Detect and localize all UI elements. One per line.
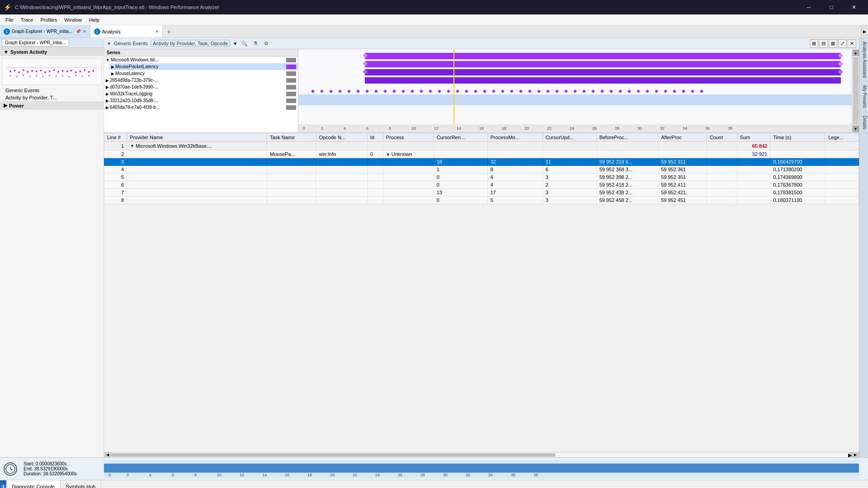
- section-power[interactable]: ▶ Power: [0, 101, 104, 110]
- panel-icon-2[interactable]: ⊟: [819, 39, 828, 48]
- expand-2[interactable]: ▶: [111, 71, 114, 76]
- col-after-proc[interactable]: AfterProc: [658, 133, 707, 142]
- table-row-selected[interactable]: 3 18 32 11 59 952 318 6... 59 952 311: [104, 158, 859, 166]
- time-marker[interactable]: [453, 49, 454, 124]
- panel-icon-3[interactable]: ⊠: [829, 39, 837, 48]
- bottom-left-indicator[interactable]: ℹ: [0, 480, 6, 488]
- series-row-4[interactable]: ▶ d07d70ae-1de9-3990-...: [104, 84, 298, 90]
- minimize-button[interactable]: ─: [798, 0, 819, 14]
- filter-icon[interactable]: ⚗: [251, 39, 260, 48]
- col-legend[interactable]: Lege...: [826, 133, 859, 142]
- col-id[interactable]: Id: [367, 133, 383, 142]
- expand-6[interactable]: ▶: [106, 99, 109, 103]
- tree-activity-provider[interactable]: Activity by Provider, T...: [0, 94, 104, 101]
- expand-3[interactable]: ▶: [106, 78, 109, 83]
- tab-diagnostic-console[interactable]: Diagnostic Console: [6, 480, 61, 488]
- cell-ap-3: 59 952 361: [658, 166, 707, 174]
- scroll-right-arrow[interactable]: ▶: [848, 452, 852, 458]
- data-table-container[interactable]: Line # Provider Name Task Name Opcode N.…: [104, 133, 859, 452]
- h-scroll-thumb[interactable]: [111, 453, 556, 457]
- series-row-0[interactable]: ▼ Microsoft.Windows.Wi...: [104, 56, 298, 63]
- scroll-left-btn[interactable]: ◀: [104, 452, 111, 458]
- close-button[interactable]: ✕: [844, 0, 864, 14]
- tab-graph-close[interactable]: ✕: [83, 29, 86, 34]
- expand-7[interactable]: ▶: [106, 105, 109, 110]
- svg-point-28: [55, 75, 57, 77]
- series-row-2[interactable]: ▶ MouseLatency: [109, 70, 298, 77]
- col-provider[interactable]: Provider Name: [127, 133, 267, 142]
- filter-label[interactable]: Activity by Provider, Task, Opcode: [151, 40, 230, 47]
- col-process[interactable]: Process: [383, 133, 434, 142]
- cell-pm-0: [487, 142, 542, 150]
- section-system-activity[interactable]: ▼ System Activity: [0, 48, 104, 56]
- tab-symbols-hub[interactable]: Symbols Hub: [61, 480, 101, 488]
- series-row-3[interactable]: ▶ 2854d9da-723b-379c-...: [104, 77, 298, 84]
- table-h-scrollbar[interactable]: ◀ ▶ ▶: [104, 452, 859, 457]
- side-panel-details[interactable]: Details: [859, 112, 868, 134]
- col-process-mo[interactable]: ProcessMo...: [487, 133, 542, 142]
- panel-icon-1[interactable]: ⊞: [810, 39, 818, 48]
- menu-profiles[interactable]: Profiles: [37, 16, 61, 23]
- tree-generic-events[interactable]: Generic Events: [0, 87, 104, 94]
- expand-0[interactable]: ▼: [106, 58, 110, 62]
- col-time[interactable]: Time (s): [770, 133, 826, 142]
- table-row[interactable]: 8 0 5 3 59 952 458 2... 59 952 451 0,: [104, 197, 859, 204]
- cell-sum-0: 65 842: [737, 142, 770, 150]
- series-row-7[interactable]: ▶ 6465da78-e7a0-4f39-b...: [104, 104, 298, 111]
- table-row[interactable]: 5 0 4 3 59 952 398 2... 59 952 351 0,: [104, 174, 859, 181]
- menu-window[interactable]: Window: [61, 16, 85, 23]
- tab-analysis[interactable]: 1 Analysis ✕: [90, 25, 163, 38]
- tab-analysis-close[interactable]: ✕: [155, 29, 159, 34]
- side-panel-analysis-assistant[interactable]: Analysis Assistant: [859, 38, 868, 82]
- table-row[interactable]: 1 ▼ Microsoft.Windows.Win32kBase....: [104, 142, 859, 150]
- dropdown-icon[interactable]: ▼: [233, 41, 237, 46]
- bar-row-1: [365, 53, 841, 59]
- col-before-proc[interactable]: BeforeProc...: [596, 133, 658, 142]
- maximize-button[interactable]: □: [821, 0, 842, 14]
- panel-icon-4[interactable]: ⤢: [838, 39, 847, 48]
- timeline-track[interactable]: 0 2 4 6 8 10 12 14 16 18 20 22 24 26 28 …: [104, 460, 859, 478]
- expand-5[interactable]: ▶: [106, 92, 109, 96]
- tab-add-button[interactable]: +: [163, 25, 175, 38]
- svg-text:32: 32: [660, 126, 665, 131]
- tab-graph-explorer[interactable]: 1 Graph Explorer - WPR_initia... 📌 ✕: [0, 25, 90, 38]
- process-expand-icon[interactable]: ▼: [386, 152, 390, 157]
- table-row[interactable]: 4 1 8 6 59 952 368 3... 59 952 361 0,: [104, 166, 859, 174]
- scroll-right-btn[interactable]: ▶: [852, 452, 859, 458]
- col-count[interactable]: Count: [707, 133, 737, 142]
- menu-help[interactable]: Help: [85, 16, 103, 23]
- menu-trace[interactable]: Trace: [17, 16, 37, 23]
- scroll-thumb[interactable]: [853, 57, 859, 125]
- col-cursor-upd[interactable]: CursorUpd...: [542, 133, 596, 142]
- table-row[interactable]: 6 0 4 2 59 952 418 2... 59 952 411 0,: [104, 181, 859, 189]
- cell-task-2: [267, 158, 316, 166]
- chart-scrollbar[interactable]: ▲ ▼: [852, 49, 859, 132]
- settings-icon[interactable]: ⚙: [262, 39, 271, 48]
- col-sum[interactable]: Sum: [737, 133, 770, 142]
- scroll-down-btn[interactable]: ▼: [853, 126, 859, 132]
- series-row-5[interactable]: ▶ Win32kTraceLogging: [104, 90, 298, 97]
- menu-file[interactable]: File: [2, 16, 17, 23]
- series-row-1[interactable]: ▶ MousePacketLatency: [109, 63, 298, 70]
- tab-graph-pin-icon[interactable]: 📌: [75, 29, 81, 34]
- svg-marker-40: [365, 89, 369, 93]
- side-panel-my-presets[interactable]: My Presets: [859, 82, 868, 112]
- col-cursor-ren[interactable]: CursorRen...: [434, 133, 487, 142]
- col-line[interactable]: Line #: [104, 133, 127, 142]
- panel-collapse-button[interactable]: ▶: [861, 25, 868, 38]
- col-opcode[interactable]: Opcode N...: [316, 133, 367, 142]
- table-row[interactable]: 7 13 17 3 59 952 438 2... 59 952 421: [104, 189, 859, 197]
- left-tab-graph[interactable]: Graph Explorer - WPR_initia...: [2, 39, 69, 47]
- scroll-up-btn[interactable]: ▲: [853, 50, 859, 56]
- series-row-6[interactable]: ▶ 33212a20-10d9-35d8-...: [104, 97, 298, 104]
- svg-marker-61: [555, 89, 559, 93]
- panel-close-icon[interactable]: ✕: [848, 39, 856, 48]
- col-task[interactable]: Task Name: [267, 133, 316, 142]
- expand-4[interactable]: ▶: [106, 85, 109, 89]
- bar-row-2: [365, 61, 841, 67]
- end-marker-3: [838, 69, 843, 74]
- table-row[interactable]: 2 MousePa... win:Info 0 ▼ Unknown: [104, 150, 859, 158]
- row0-expand[interactable]: ▼: [130, 144, 134, 148]
- search-icon[interactable]: 🔍: [240, 39, 249, 48]
- expand-1[interactable]: ▶: [111, 65, 114, 69]
